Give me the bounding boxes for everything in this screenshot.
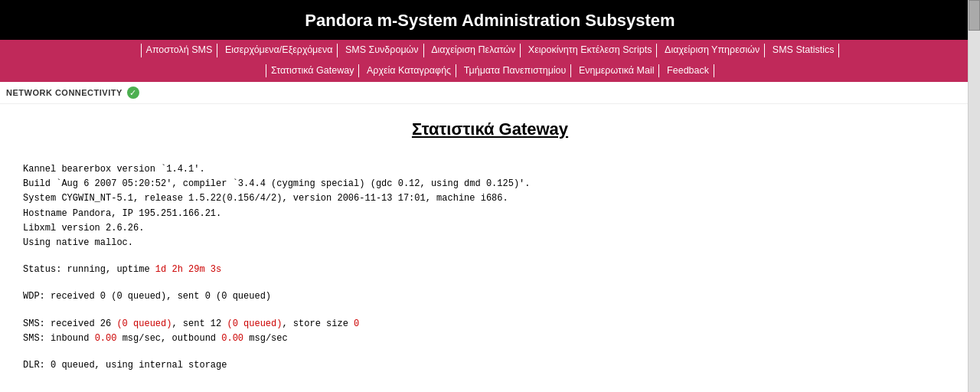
nav-xeirokinhth[interactable]: Χειροκίνητη Εκτέλεση Scripts — [524, 44, 658, 57]
sms-received-prefix: SMS: received 26 — [23, 318, 116, 329]
nav-apostoli-sms[interactable]: Αποστολή SMS — [141, 44, 218, 57]
scrollbar-thumb[interactable] — [969, 0, 980, 31]
sms-block: SMS: received 26 (0 queued), sent 12 (0 … — [23, 317, 957, 346]
wdp-block: WDP: received 0 (0 queued), sent 0 (0 qu… — [23, 289, 957, 304]
nav-arxeia-katagrafis[interactable]: Αρχεία Καταγραφής — [362, 64, 456, 78]
sms-outbound-suffix: msg/sec — [243, 333, 288, 344]
nav-diaxeirisi-pelatwn[interactable]: Διαχείριση Πελατών — [426, 44, 521, 57]
sms-outbound-prefix: msg/sec, outbound — [116, 333, 221, 344]
sms-inbound-prefix: SMS: inbound — [23, 333, 95, 344]
wdp-text: WDP: received 0 (0 queued), sent 0 (0 qu… — [23, 291, 271, 302]
sms-inbound-rate: 0.00 — [95, 333, 117, 344]
system-line: System CYGWIN_NT-5.1, release 1.5.22(0.1… — [23, 191, 957, 206]
hostname-line: Hostname Pandora, IP 195.251.166.21. — [23, 207, 957, 221]
kannel-version-line: Kannel bearerbox version `1.4.1'. — [23, 162, 957, 177]
uptime-value: 1d 2h 29m 3s — [155, 264, 221, 275]
page-title: Στατιστικά Gateway — [23, 119, 957, 139]
sms-sent-prefix: , sent 12 — [172, 318, 227, 329]
build-line: Build `Aug 6 2007 05:20:52', compiler `3… — [23, 177, 957, 191]
nav-sms-syndromwn[interactable]: SMS Συνδρομών — [341, 44, 424, 57]
nav-diaxeirisi-ypiresiown[interactable]: Διαχείριση Υπηρεσιών — [660, 44, 765, 57]
nav-eiserxomena[interactable]: Εισερχόμενα/Εξερχόμενα — [220, 44, 338, 57]
content-area: Kannel bearerbox version `1.4.1'. Build … — [23, 162, 957, 373]
app-title: Pandora m-System Administration Subsyste… — [0, 11, 980, 31]
scrollbar[interactable] — [968, 0, 980, 392]
libxml-line: Libxml version 2.6.26. — [23, 221, 957, 236]
network-bar: NETWORK CONNECTIVITY — [0, 82, 980, 104]
network-label: NETWORK CONNECTIVITY — [6, 88, 122, 97]
header: Pandora m-System Administration Subsyste… — [0, 0, 980, 40]
sms-store-prefix: , store size — [282, 318, 354, 329]
sms-sent-queued: (0 queued) — [227, 318, 282, 329]
dlr-line: DLR: 0 queued, using internal storage — [23, 358, 957, 373]
network-status-icon — [127, 87, 139, 99]
nav-tmimata[interactable]: Τμήματα Πανεπιστημίου — [459, 64, 572, 78]
nav-bottom: Στατιστικά Gateway Αρχεία Καταγραφής Τμή… — [0, 61, 980, 83]
sms-line1: SMS: received 26 (0 queued), sent 12 (0 … — [23, 317, 957, 332]
system-info-block: Kannel bearerbox version `1.4.1'. Build … — [23, 162, 957, 250]
sms-outbound-rate: 0.00 — [221, 333, 243, 344]
nav-feedback[interactable]: Feedback — [662, 64, 714, 78]
wdp-line: WDP: received 0 (0 queued), sent 0 (0 qu… — [23, 289, 957, 304]
status-line: Status: running, uptime 1d 2h 29m 3s — [23, 263, 957, 277]
nav-sms-statistics[interactable]: SMS Statistics — [768, 44, 840, 57]
nav-top: Αποστολή SMS Εισερχόμενα/Εξερχόμενα SMS … — [0, 40, 980, 61]
nav-statistika-gateway[interactable]: Στατιστικά Gateway — [266, 64, 359, 78]
sms-line2: SMS: inbound 0.00 msg/sec, outbound 0.00… — [23, 332, 957, 346]
main-content: Στατιστικά Gateway Kannel bearerbox vers… — [0, 104, 980, 392]
status-text-prefix: Status: running, uptime — [23, 264, 155, 275]
dlr-block: DLR: 0 queued, using internal storage — [23, 358, 957, 373]
sms-received-queued: (0 queued) — [116, 318, 172, 329]
malloc-line: Using native malloc. — [23, 236, 957, 250]
sms-store-size: 0 — [354, 318, 359, 329]
status-block: Status: running, uptime 1d 2h 29m 3s — [23, 263, 957, 277]
nav-enimerotika-mail[interactable]: Ενημερωτικά Mail — [574, 64, 659, 78]
